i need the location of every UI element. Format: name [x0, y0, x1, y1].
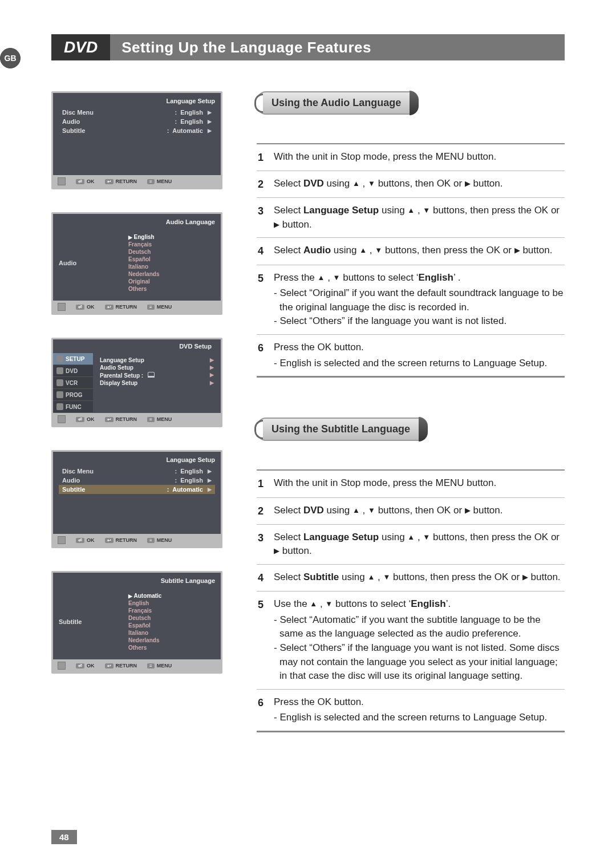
osd-side-tab: FUNC [53, 401, 93, 413]
return-label: RETURN [116, 663, 137, 669]
osd-side-tab: VCR [53, 377, 93, 389]
instruction-step: 5Press the ▲ , ▼ buttons to select ‘Engl… [257, 265, 565, 335]
return-label: RETURN [116, 537, 137, 543]
section-heading-subtitle: Using the Subtitle Language [257, 418, 427, 441]
osd-side-tab: PROG [53, 389, 93, 401]
instruction-step: 6Press the OK button.- English is select… [257, 690, 565, 732]
ok-label: OK [87, 304, 95, 310]
osd-row: Subtitle: Automatic▶ [59, 126, 215, 135]
osd-setup-row: Audio Setup▶ [98, 364, 216, 371]
osd-row: Subtitle: Automatic▶ [59, 485, 215, 494]
osd-list-item: Others [121, 644, 215, 651]
osd-list-item: Français [121, 607, 215, 614]
nav-icon [58, 536, 66, 544]
osd-list-item: Italiano [121, 629, 215, 637]
step-body: Select Language Setup using ▲ , ▼ button… [274, 530, 564, 558]
step-body: Use the ▲ , ▼ buttons to select ‘English… [274, 597, 564, 683]
ok-label: OK [87, 179, 95, 184]
osd-dvd-setup: DVD Setup SETUPDVDVCRPROGFUNC Language S… [51, 338, 222, 427]
osd-list-label: Audio [59, 260, 121, 266]
nav-icon [58, 415, 66, 423]
step-number: 4 [258, 570, 274, 585]
osd-list-item: Original [121, 278, 215, 285]
ok-label: OK [87, 416, 95, 422]
lock-icon [148, 372, 155, 378]
osd-side-tab: DVD [53, 365, 93, 377]
page-title: Setting Up the Language Features [121, 39, 371, 56]
osd-footer: ⏎OK ↩RETURN ≡MENU [53, 413, 221, 426]
tab-icon [56, 403, 63, 410]
step-body: Select Language Setup using ▲ , ▼ button… [274, 204, 564, 232]
step-body: Press the OK button.- English is selecte… [274, 695, 564, 725]
instruction-step: 5Use the ▲ , ▼ buttons to select ‘Englis… [257, 591, 565, 690]
osd-list-item: Italiano [121, 263, 215, 270]
step-number: 6 [258, 341, 274, 370]
step-number: 4 [258, 244, 274, 258]
osd-language-setup-subtitle: Language Setup Disc Menu: English▶Audio:… [51, 450, 222, 548]
osd-side-tab: SETUP [53, 353, 93, 365]
step-number: 1 [258, 476, 274, 491]
osd-list-item: Nederlands [121, 637, 215, 644]
page-number: 48 [51, 830, 77, 844]
osd-title: Language Setup [59, 98, 215, 104]
ok-label: OK [87, 537, 95, 543]
osd-language-setup: Language Setup Disc Menu: English▶Audio:… [51, 91, 222, 189]
step-number: 5 [258, 271, 274, 329]
osd-title: Audio Language [59, 218, 215, 225]
tab-icon [56, 379, 63, 386]
osd-title: Subtitle Language [59, 577, 215, 584]
title-chip: DVD [51, 34, 110, 60]
nav-icon [58, 303, 66, 311]
osd-list-item: English [121, 599, 215, 607]
step-body: Press the ▲ , ▼ buttons to select ‘Engli… [274, 271, 564, 329]
osd-list-label: Subtitle [59, 618, 121, 625]
instruction-step: 3Select Language Setup using ▲ , ▼ butto… [257, 525, 565, 565]
instruction-step: 3Select Language Setup using ▲ , ▼ butto… [257, 198, 565, 238]
step-number: 2 [258, 177, 274, 192]
osd-footer: ⏎OK ↩RETURN ≡MENU [53, 175, 221, 188]
instruction-step: 1With the unit in Stop mode, press the M… [257, 144, 565, 171]
instruction-step: 2Select DVD using ▲ , ▼ buttons, then OK… [257, 498, 565, 525]
menu-label: MENU [157, 304, 172, 310]
osd-row: Audio: English▶ [59, 117, 215, 126]
osd-footer: ⏎OK ↩RETURN ≡MENU [53, 301, 221, 313]
osd-list-item: Others [121, 285, 215, 293]
step-number: 3 [258, 204, 274, 232]
menu-label: MENU [157, 416, 172, 422]
step-body: Select DVD using ▲ , ▼ buttons, then OK … [274, 177, 564, 192]
osd-list-item: Español [121, 256, 215, 263]
osd-setup-row: Parental Setup : ▶ [98, 371, 216, 379]
osd-title: Language Setup [59, 456, 215, 463]
osd-list-item: Automatic [121, 592, 215, 599]
step-body: With the unit in Stop mode, press the ME… [274, 476, 564, 491]
step-body: Select Subtitle using ▲ , ▼ buttons, the… [274, 570, 564, 585]
instruction-step: 1With the unit in Stop mode, press the M… [257, 471, 565, 497]
region-badge: GB [0, 48, 21, 68]
tab-icon [56, 367, 63, 374]
menu-label: MENU [157, 663, 172, 669]
osd-row: Disc Menu: English▶ [59, 108, 215, 117]
instruction-step: 4Select Subtitle using ▲ , ▼ buttons, th… [257, 565, 565, 591]
page-title-bar: DVD Setting Up the Language Features [51, 34, 565, 60]
section-heading-audio: Using the Audio Language [257, 91, 418, 115]
osd-list-item: Español [121, 622, 215, 629]
instruction-step: 4Select Audio using ▲ , ▼ buttons, then … [257, 238, 565, 265]
osd-list-item: Deutsch [121, 248, 215, 256]
nav-icon [58, 177, 66, 185]
osd-row: Disc Menu: English▶ [59, 467, 215, 476]
ok-label: OK [87, 663, 95, 669]
return-label: RETURN [116, 416, 137, 422]
osd-list-item: English [121, 233, 215, 241]
tab-icon [56, 391, 63, 398]
osd-footer: ⏎OK ↩RETURN ≡MENU [53, 534, 221, 546]
menu-label: MENU [157, 179, 172, 184]
step-body: With the unit in Stop mode, press the ME… [274, 150, 564, 165]
osd-list-item: Deutsch [121, 614, 215, 622]
tab-icon [56, 355, 63, 362]
step-number: 6 [258, 695, 274, 725]
instruction-step: 6Press the OK button.- English is select… [257, 335, 565, 378]
osd-title: DVD Setup [53, 343, 216, 350]
step-number: 5 [258, 597, 274, 683]
step-body: Press the OK button.- English is selecte… [274, 341, 564, 370]
osd-setup-row: Display Setup▶ [98, 379, 216, 387]
